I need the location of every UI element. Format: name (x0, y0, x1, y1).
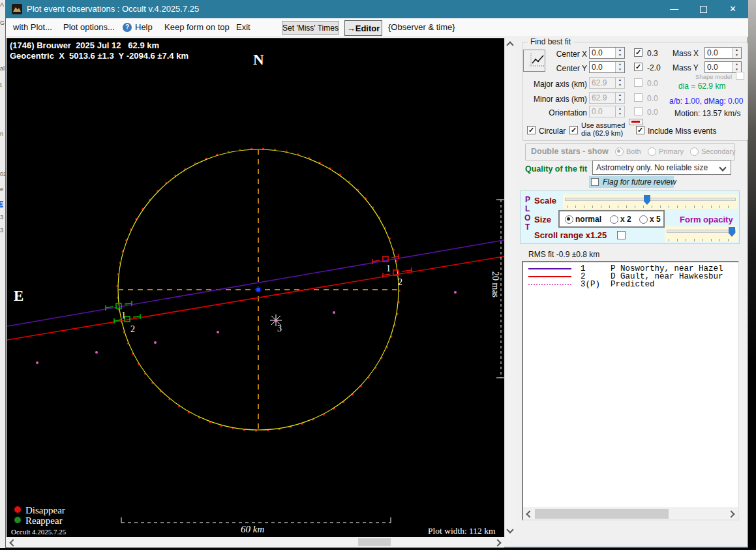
mass-x-spinner[interactable]: ▲▼ (732, 48, 741, 58)
set-miss-times-button[interactable]: Set 'Miss' Times (282, 21, 339, 35)
menu-keep-form-on-top[interactable]: Keep form on top (164, 18, 230, 37)
km-scale-bar (121, 517, 391, 523)
double-secondary-radio[interactable] (690, 147, 699, 156)
list-scroll-left-icon[interactable] (526, 510, 533, 517)
predicted-label-3: 3 (277, 324, 282, 333)
double-stars-group: Double stars - show Both Primary Seconda… (525, 143, 735, 161)
scale-label: Scale (534, 196, 556, 206)
shape-model-checkbox[interactable] (736, 72, 744, 80)
menu-with-plot[interactable]: with Plot... (13, 18, 52, 37)
reappear-legend-label: Reappear (25, 515, 63, 526)
center-x-label: Center X (534, 50, 587, 59)
editor-button[interactable]: →Editor (344, 20, 382, 36)
rms-fit-label: RMS fit -0.9 ±0.8 km (528, 250, 599, 259)
observer-list[interactable]: 1 P Nosworthy, near Hazel 2 D Gault, nea… (522, 261, 739, 521)
chord2-swatch (528, 276, 571, 277)
double-both-radio[interactable] (615, 147, 624, 156)
dropdown-chevron-icon (719, 164, 726, 171)
disappear-legend-label: Disappear (25, 505, 65, 515)
menu-plot-options[interactable]: Plot options... (63, 18, 115, 37)
major-axis-label: Major axis (km) (514, 80, 587, 89)
flag-review-checkbox[interactable] (591, 178, 599, 186)
minimize-button[interactable]: — (659, 0, 689, 18)
line-colour-button[interactable] (629, 119, 643, 125)
circular-checkbox[interactable]: ✓ (527, 126, 536, 134)
title-bar[interactable]: Plot event observations : Occult v.4.202… (6, 0, 748, 18)
observer-row[interactable]: 3(P) Predicted (523, 281, 738, 288)
scroll-left-icon[interactable] (9, 539, 16, 546)
close-button[interactable]: ✕ (718, 0, 748, 18)
orientation-spinner[interactable]: ▲▼ (615, 106, 624, 117)
scroll-down-icon[interactable] (506, 526, 513, 533)
center-x-result: 0.3 (647, 49, 658, 58)
size-normal-radio[interactable] (565, 215, 573, 224)
double-primary-radio[interactable] (648, 147, 656, 156)
circular-label: Circular (539, 127, 566, 136)
scroll-range-checkbox[interactable] (617, 231, 626, 239)
center-y-input[interactable]: 0.0 ▲▼ (589, 61, 625, 73)
plot-geocentric: Geocentric X 5013.6 ±1.3 Y -2094.6 ±7.4 … (10, 51, 189, 61)
center-x-checkbox[interactable]: ✓ (634, 48, 643, 57)
observer-time-label: {Observer & time} (388, 18, 455, 37)
chord1-swatch (528, 268, 571, 269)
size-radio-group: normal x 2 x 5 (558, 210, 665, 228)
minor-axis-input[interactable]: 62.9 ▲▼ (589, 92, 625, 104)
plot-letter-p: P (525, 195, 530, 204)
major-axis-spinner[interactable]: ▲▼ (615, 78, 624, 88)
minor-axis-spinner[interactable]: ▲▼ (615, 93, 624, 103)
size-label: Size (534, 215, 551, 224)
app-window: Plot event observations : Occult v.4.202… (5, 0, 748, 548)
mass-x-input[interactable]: 0.0 ▲▼ (704, 47, 742, 59)
orientation-checkbox[interactable] (634, 107, 643, 115)
major-axis-checkbox[interactable] (634, 78, 643, 87)
mass-x-label: Mass X (673, 49, 699, 58)
plot-width-label: Plot width: 112 km (428, 526, 496, 536)
use-assumed-checkbox[interactable]: ✓ (569, 126, 578, 134)
app-icon (12, 4, 22, 14)
disappear-label-2: 2 (398, 277, 402, 287)
double-secondary-label: Secondary (701, 147, 736, 155)
dia-label: dia = 62.9 km (678, 82, 725, 91)
quality-dropdown[interactable]: Astrometry only. No reliable size (592, 160, 731, 175)
size-x5-radio[interactable] (639, 215, 648, 224)
size-x2-radio[interactable] (610, 215, 618, 224)
double-stars-title: Double stars - show (531, 147, 609, 156)
menu-help[interactable]: Help (135, 18, 153, 37)
maximize-button[interactable] (689, 0, 718, 18)
plot-area[interactable]: (1746) Brouwer 2025 Jul 12 62.9 km Geoce… (7, 38, 505, 538)
double-both-label: Both (626, 147, 641, 155)
plot-canvas: 1 2 1 2 3 N E 20 mas 60 km (7, 38, 504, 537)
major-axis-input[interactable]: 62.9 ▲▼ (589, 77, 625, 89)
minor-axis-checkbox[interactable] (634, 93, 643, 102)
list-scroll-right-icon[interactable] (727, 510, 734, 517)
north-label: N (253, 52, 264, 68)
find-best-fit-title: Find best fit (528, 37, 573, 46)
scale-slider-thumb[interactable] (644, 195, 650, 205)
center-y-checkbox[interactable]: ✓ (634, 63, 643, 71)
observer-list-scrollbar[interactable] (523, 508, 738, 519)
list-scroll-thumb[interactable] (535, 509, 669, 519)
scroll-thumb[interactable] (358, 538, 391, 546)
include-miss-checkbox[interactable]: ✓ (636, 126, 644, 134)
scale-slider[interactable] (563, 194, 738, 209)
orientation-input[interactable]: 0.0 ▲▼ (589, 106, 625, 117)
mass-y-spinner[interactable]: ▲▼ (732, 62, 741, 72)
red-line-icon (631, 121, 640, 123)
orientation-result: 0.0 (647, 108, 658, 117)
plot-horizontal-scrollbar[interactable] (7, 537, 504, 547)
form-opacity-slider[interactable] (665, 226, 738, 242)
size-normal-label: normal (575, 215, 601, 224)
plot-letter-o: O (524, 213, 530, 222)
center-x-spinner[interactable]: ▲▼ (615, 48, 624, 58)
motion-label: Motion: 13.57 km/s (674, 109, 740, 118)
disappear-legend-dot (14, 506, 21, 513)
scroll-up-icon[interactable] (506, 41, 513, 48)
scroll-right-icon[interactable] (494, 539, 501, 546)
window-title: Plot event observations : Occult v.4.202… (27, 0, 199, 18)
form-opacity-thumb[interactable] (729, 227, 735, 237)
center-dot (256, 287, 261, 292)
menu-exit[interactable]: Exit (236, 18, 250, 37)
center-y-spinner[interactable]: ▲▼ (615, 62, 624, 72)
help-icon: ? (123, 23, 132, 32)
center-x-input[interactable]: 0.0 ▲▼ (589, 47, 625, 59)
